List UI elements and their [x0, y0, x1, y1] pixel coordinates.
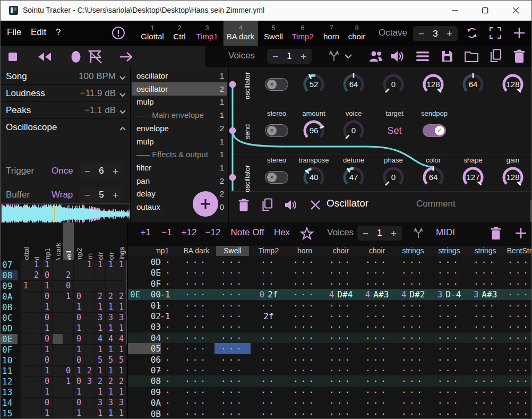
pattern-row-number[interactable]: 08: [130, 376, 161, 386]
pattern-row-number[interactable]: 02: [130, 311, 161, 321]
order-cell[interactable]: 0: [42, 355, 52, 365]
pattern-cell[interactable]: 2f: [263, 311, 273, 321]
play-button[interactable]: [118, 50, 134, 64]
copy-unit-button[interactable]: [260, 197, 274, 213]
knob-p3[interactable]: 128: [420, 71, 447, 98]
order-cell[interactable]: [31, 292, 41, 302]
order-cell[interactable]: [53, 377, 63, 387]
pattern-cell[interactable]: ···: [437, 376, 461, 386]
pattern-button--1[interactable]: +1: [140, 227, 150, 238]
pattern-cell[interactable]: ··: [157, 387, 173, 397]
order-cell[interactable]: 2: [31, 270, 41, 280]
pattern-voices-increment-button[interactable]: +: [391, 228, 397, 238]
pattern-track-header-5[interactable]: choir: [333, 246, 349, 256]
order-cell[interactable]: [53, 355, 63, 365]
pattern-cell[interactable]: ···: [221, 376, 244, 386]
pattern-cell[interactable]: ···: [508, 301, 531, 311]
pattern-cell[interactable]: ···: [221, 289, 244, 300]
pattern-cell[interactable]: ···: [474, 387, 497, 397]
order-row-label[interactable]: 12: [1, 377, 18, 387]
pattern-cell[interactable]: ···: [365, 409, 389, 419]
knob-detune[interactable]: 47: [340, 164, 367, 191]
pattern-cell[interactable]: ···: [221, 301, 244, 311]
pattern-cell[interactable]: ···: [329, 355, 353, 365]
order-row-label[interactable]: 0A: [1, 292, 18, 302]
pattern-cell[interactable]: ···: [185, 301, 208, 311]
order-cell[interactable]: 1: [74, 366, 84, 376]
pattern-cell[interactable]: ···: [401, 387, 425, 397]
order-cell[interactable]: [21, 408, 31, 418]
order-cell[interactable]: 1: [42, 387, 52, 397]
order-cell[interactable]: [63, 302, 73, 312]
pattern-cell[interactable]: ···: [221, 257, 244, 267]
order-cell[interactable]: [84, 398, 95, 408]
pattern-cell[interactable]: ··: [157, 398, 173, 408]
instrument-menu-button[interactable]: [415, 49, 430, 64]
pattern-cell[interactable]: ···: [508, 333, 531, 343]
order-cell[interactable]: [74, 260, 84, 270]
order-cell[interactable]: 4: [106, 334, 116, 344]
stereo-toggle[interactable]: ×: [265, 171, 288, 184]
pattern-cell[interactable]: 3D-4: [437, 289, 461, 300]
track-tab-glottal[interactable]: 1Glottal: [138, 24, 167, 42]
pattern-cell[interactable]: ···: [508, 355, 531, 365]
unit-list-item-envelope[interactable]: envelope2: [132, 122, 227, 135]
order-cell[interactable]: [84, 355, 95, 365]
order-cell[interactable]: 0: [74, 398, 84, 408]
pattern-cell[interactable]: ···: [508, 409, 531, 419]
pattern-cell[interactable]: ···: [401, 344, 425, 354]
track-tab-timp2[interactable]: 6Timp2: [288, 24, 316, 42]
pattern-cell[interactable]: ···: [437, 311, 461, 321]
order-cell[interactable]: 0: [42, 292, 52, 302]
order-cell[interactable]: 3: [95, 313, 105, 323]
knob-p2[interactable]: 0: [380, 71, 407, 98]
pattern-track-header-4[interactable]: horn: [297, 246, 312, 256]
pattern-cell[interactable]: ···: [508, 279, 531, 289]
pattern-cell[interactable]: ···: [293, 398, 316, 408]
voices-presets-button[interactable]: [368, 49, 383, 64]
pattern-cell[interactable]: ···: [474, 365, 497, 375]
pattern-cell[interactable]: ···: [437, 333, 461, 343]
order-row-label[interactable]: 0D: [1, 323, 18, 334]
pattern-track-header-7[interactable]: strings: [402, 246, 424, 256]
knob-color[interactable]: 64: [420, 164, 447, 191]
rewind-button[interactable]: [37, 50, 53, 64]
pattern-cell[interactable]: ··: [261, 301, 276, 311]
order-cell[interactable]: [53, 270, 63, 280]
order-cell[interactable]: [63, 313, 73, 323]
order-cell[interactable]: 3: [116, 313, 126, 323]
pattern-cell[interactable]: ··: [157, 355, 173, 365]
unit-list-item--Effects-output[interactable]: ––– Effects & output1: [132, 148, 227, 161]
pattern-cell[interactable]: ··: [261, 333, 276, 343]
add-track-button[interactable]: [512, 25, 527, 40]
buffer-increment-button[interactable]: +: [113, 190, 118, 200]
record-button[interactable]: [70, 49, 82, 64]
octave-decrement-button[interactable]: −: [418, 29, 424, 39]
order-cell[interactable]: [106, 270, 116, 280]
pattern-cell[interactable]: ···: [221, 268, 244, 278]
pattern-cell[interactable]: ···: [185, 322, 208, 332]
order-cell[interactable]: 2: [116, 377, 126, 387]
order-cell[interactable]: [53, 292, 63, 302]
unit-list-item-pan[interactable]: pan2: [132, 174, 227, 187]
pattern-track-header-2[interactable]: Swell: [224, 246, 241, 256]
pattern-cell[interactable]: ···: [508, 365, 531, 375]
order-cell[interactable]: 1: [116, 260, 126, 270]
order-cell[interactable]: [31, 302, 41, 312]
pattern-cell[interactable]: ···: [365, 268, 389, 278]
split-track-button[interactable]: [327, 49, 341, 63]
pattern-cell[interactable]: 4D#4: [329, 289, 353, 300]
pattern-cell[interactable]: ···: [185, 257, 208, 267]
pattern-cell[interactable]: 4D#2: [401, 289, 425, 300]
order-cell[interactable]: 1: [116, 366, 126, 376]
pattern-cell[interactable]: ···: [293, 257, 316, 267]
order-row-label[interactable]: 0C: [1, 313, 18, 323]
pattern-cell[interactable]: ···: [474, 322, 497, 332]
pattern-cell[interactable]: ···: [185, 311, 208, 321]
pattern-cell[interactable]: ···: [508, 387, 531, 397]
order-cell[interactable]: [53, 302, 63, 312]
pattern-cell[interactable]: ···: [401, 398, 425, 408]
pattern-cell[interactable]: ···: [474, 257, 497, 267]
pattern-cell[interactable]: ···: [508, 289, 531, 300]
pattern-cell[interactable]: ···: [508, 344, 531, 354]
